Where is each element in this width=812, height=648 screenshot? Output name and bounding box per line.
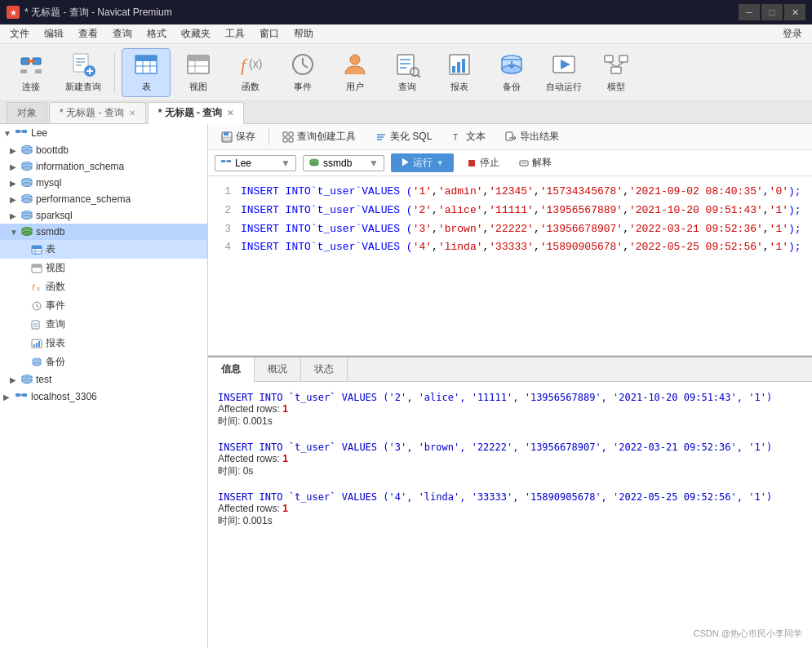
save-icon (221, 131, 233, 143)
sidebar-ssmdb-label: ssmdb (36, 226, 64, 237)
tab-query2-close[interactable]: ✕ (227, 109, 233, 118)
new-query-button[interactable]: 新建查询 (59, 48, 108, 97)
db-icon-info (21, 161, 33, 172)
svg-rect-82 (32, 321, 39, 329)
sec-sep-1 (268, 129, 269, 145)
db-selector-icon (308, 158, 320, 169)
autorun-button[interactable]: 自动运行 (539, 48, 588, 97)
info-tab-status[interactable]: 状态 (301, 357, 348, 381)
menu-query[interactable]: 查询 (106, 25, 139, 42)
tab-query1[interactable]: * 无标题 - 查询 ✕ (49, 102, 146, 123)
info-time-1: 时间: 0.001s (218, 415, 802, 428)
close-button[interactable]: ✕ (784, 4, 805, 20)
user-button[interactable]: 用户 (331, 48, 379, 97)
expand-icon-info: ▶ (10, 162, 18, 171)
sidebar-item-view-folder[interactable]: 视图 (0, 259, 207, 277)
line-num-1: 1 (215, 184, 231, 201)
sidebar-item-query-folder[interactable]: 查询 (0, 315, 207, 334)
sidebar-item-backup-folder[interactable]: 备份 (0, 353, 207, 371)
menu-help[interactable]: 帮助 (287, 25, 320, 42)
sidebar-item-sparksql[interactable]: ▶ sparksql (0, 207, 207, 224)
connect-button[interactable]: 连接 (7, 48, 55, 97)
beautify-button[interactable]: 美化 SQL (369, 127, 438, 146)
svg-rect-99 (224, 132, 229, 135)
sidebar-item-info-schema[interactable]: ▶ information_schema (0, 158, 207, 175)
svg-rect-119 (468, 160, 475, 166)
table-icon (133, 51, 159, 78)
tab-query2[interactable]: * 无标题 - 查询 ✕ (148, 102, 245, 124)
sidebar-item-perf[interactable]: ▶ performance_schema (0, 191, 207, 207)
text-button[interactable]: T 文本 (445, 127, 492, 146)
autorun-icon (551, 51, 577, 78)
new-query-label: 新建查询 (65, 81, 101, 93)
sidebar-mysql-label: mysql (36, 177, 61, 189)
sidebar-test-label: test (36, 374, 51, 385)
menu-file[interactable]: 文件 (3, 25, 36, 42)
run-label: ▶ 运行 (401, 156, 433, 170)
menu-edit[interactable]: 编辑 (38, 25, 70, 42)
svg-rect-50 (16, 130, 20, 133)
sidebar-item-event-folder[interactable]: 事件 (0, 296, 207, 315)
query-editor[interactable]: 1 INSERT INTO `t_user` VALUES ('1', 'adm… (208, 176, 812, 356)
tab-query1-close[interactable]: ✕ (129, 109, 135, 118)
line-num-3: 3 (215, 221, 231, 238)
svg-rect-101 (283, 132, 287, 136)
sidebar-item-boottdb[interactable]: ▶ boottdb (0, 142, 207, 158)
menu-favorites[interactable]: 收藏夹 (175, 25, 217, 42)
menu-window[interactable]: 窗口 (253, 25, 286, 42)
sidebar-item-report-folder[interactable]: 报表 (0, 334, 207, 353)
info-time-2: 时间: 0s (218, 464, 802, 478)
explain-button[interactable]: 解释 (512, 153, 558, 172)
app-icon: ★ (7, 6, 20, 19)
sidebar-item-func-folder[interactable]: fx 函数 (0, 277, 207, 296)
view-button[interactable]: 视图 (174, 48, 223, 97)
svg-point-28 (350, 55, 360, 64)
info-tab-info[interactable]: 信息 (208, 357, 255, 382)
sidebar-item-localhost[interactable]: ▶ localhost_3306 (0, 388, 207, 406)
svg-line-48 (609, 62, 616, 67)
connection-selector[interactable]: Lee ▼ (215, 155, 296, 171)
sidebar-item-ssmdb[interactable]: ▼ ssmdb (0, 224, 207, 240)
info-content: INSERT INTO `t_user` VALUES ('2', 'alice… (208, 382, 812, 552)
database-selector[interactable]: ssmdb ▼ (303, 155, 384, 171)
svg-rect-86 (33, 344, 35, 347)
sidebar-item-test[interactable]: ▶ test (0, 371, 207, 388)
model-button[interactable]: 模型 (592, 48, 641, 97)
query-button[interactable]: 查询 (383, 48, 432, 97)
sidebar-boottdb-label: boottdb (36, 144, 69, 156)
svg-point-118 (310, 162, 318, 166)
backup-icon (499, 51, 525, 78)
expand-icon-ssmdb: ▼ (10, 228, 18, 237)
info-tab-overview[interactable]: 概况 (255, 357, 301, 381)
report-folder-icon (31, 338, 42, 349)
stop-button[interactable]: 停止 (460, 153, 506, 172)
event-button[interactable]: 事件 (278, 48, 327, 97)
function-button[interactable]: f (x) 函数 (226, 48, 275, 97)
table-button[interactable]: 表 (122, 48, 171, 97)
svg-rect-5 (20, 69, 27, 73)
svg-text:f: f (241, 55, 248, 75)
sidebar-item-table-folder[interactable]: 表 (0, 240, 207, 259)
explain-icon (519, 158, 529, 168)
tab-objects[interactable]: 对象 (7, 102, 47, 123)
run-button[interactable]: ▶ 运行 ▼ (391, 153, 454, 172)
menu-view[interactable]: 查看 (72, 25, 104, 42)
query-line-3: 3 INSERT INTO `t_user` VALUES ('3', 'bro… (215, 220, 805, 239)
stop-icon (467, 158, 477, 168)
export-button[interactable]: 导出结果 (499, 127, 566, 146)
sidebar-item-mysql[interactable]: ▶ mysql (0, 175, 207, 191)
query-label: 查询 (398, 81, 416, 93)
sidebar-item-lee[interactable]: ▼ Lee (0, 124, 207, 142)
user-icon (342, 51, 368, 78)
save-button[interactable]: 保存 (215, 127, 262, 146)
menu-tools[interactable]: 工具 (219, 25, 251, 42)
minimize-button[interactable]: ─ (739, 4, 760, 20)
menu-format[interactable]: 格式 (140, 25, 173, 42)
report-label: 报表 (450, 81, 468, 93)
expand-icon-sparksql: ▶ (10, 211, 18, 220)
report-button[interactable]: 报表 (435, 48, 484, 97)
login-button[interactable]: 登录 (776, 25, 809, 42)
query-builder-button[interactable]: 查询创建工具 (276, 127, 362, 146)
backup-button[interactable]: 备份 (487, 48, 536, 97)
maximize-button[interactable]: □ (761, 4, 783, 20)
